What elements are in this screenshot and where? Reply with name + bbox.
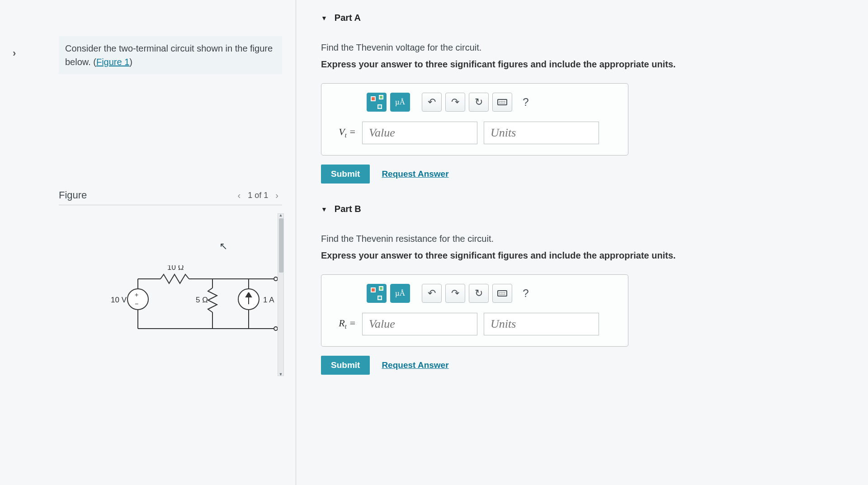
figure-scrollbar[interactable]: ▲ ▼ xyxy=(278,213,284,376)
redo-button[interactable] xyxy=(445,284,465,303)
r-mid-label: 5 Ω xyxy=(196,296,208,304)
svg-text:+: + xyxy=(135,291,138,298)
figure-counter: 1 of 1 xyxy=(248,191,268,200)
svg-point-4 xyxy=(274,277,278,281)
templates-button[interactable] xyxy=(367,284,387,303)
part-b-value-input[interactable] xyxy=(362,313,477,335)
expand-toggle[interactable]: › xyxy=(13,47,16,59)
part-a-title: Part A xyxy=(335,13,361,23)
units-picker-button[interactable]: µÅ xyxy=(390,93,410,112)
figure-viewport: ↖ xyxy=(59,213,282,394)
undo-button[interactable] xyxy=(422,93,442,112)
part-b-toolbar: µÅ ? xyxy=(367,284,618,303)
reset-button[interactable] xyxy=(469,284,489,303)
keyboard-button[interactable] xyxy=(492,284,512,303)
scroll-down-icon[interactable]: ▼ xyxy=(278,372,283,377)
part-b-units-input[interactable] xyxy=(484,313,599,335)
circuit-diagram: + − 10 V 10 Ω 5 Ω 1 A xyxy=(86,265,280,347)
units-picker-button[interactable]: µÅ xyxy=(390,284,410,303)
figure-divider xyxy=(59,205,282,205)
part-a-express: Express your answer to three significant… xyxy=(321,59,854,70)
answer-pane: ▼ Part A Find the Thevenin voltage for t… xyxy=(296,0,868,485)
reset-icon xyxy=(475,287,483,299)
part-a-submit-button[interactable]: Submit xyxy=(321,165,370,184)
collapse-caret-icon: ▼ xyxy=(321,14,327,22)
figure-title: Figure xyxy=(59,189,87,201)
templates-button[interactable] xyxy=(367,93,387,112)
reset-button[interactable] xyxy=(469,93,489,112)
redo-icon xyxy=(451,96,459,108)
figure-header: Figure ‹ 1 of 1 › xyxy=(59,189,282,201)
part-b-header[interactable]: ▼ Part B xyxy=(321,204,854,214)
redo-button[interactable] xyxy=(445,93,465,112)
part-a-units-input[interactable] xyxy=(484,122,599,144)
undo-icon xyxy=(428,96,436,108)
current-source-label: 1 A xyxy=(263,296,274,304)
part-a-instruction: Find the Thevenin voltage for the circui… xyxy=(321,40,854,55)
part-b-submit-button[interactable]: Submit xyxy=(321,356,370,375)
part-b: ▼ Part B Find the Thevenin resistance fo… xyxy=(321,204,854,375)
redo-icon xyxy=(451,287,459,299)
part-b-input-row: Rt = xyxy=(331,313,618,335)
part-b-express: Express your answer to three significant… xyxy=(321,250,854,261)
figure-next-button[interactable]: › xyxy=(275,190,278,201)
part-a-submit-row: Submit Request Answer xyxy=(321,165,854,184)
part-a-header[interactable]: ▼ Part A xyxy=(321,13,854,23)
problem-pane: › Consider the two-terminal circuit show… xyxy=(0,0,296,485)
voltage-source-label: 10 V xyxy=(111,296,127,304)
part-a: ▼ Part A Find the Thevenin voltage for t… xyxy=(321,13,854,184)
figure-link[interactable]: Figure 1 xyxy=(96,57,129,67)
keyboard-button[interactable] xyxy=(492,93,512,112)
keyboard-icon xyxy=(497,99,507,105)
part-a-answer-frame: µÅ ? Vt = xyxy=(321,83,628,155)
reset-icon xyxy=(475,96,483,108)
keyboard-icon xyxy=(497,290,507,297)
figure-prev-button[interactable]: ‹ xyxy=(238,190,241,201)
undo-button[interactable] xyxy=(422,284,442,303)
part-a-toolbar: µÅ ? xyxy=(367,93,618,112)
part-b-instruction: Find the Thevenin resistance for the cir… xyxy=(321,231,854,246)
r-top-label: 10 Ω xyxy=(167,265,184,272)
part-b-variable-label: Rt = xyxy=(331,317,356,330)
part-a-variable-label: Vt = xyxy=(331,126,356,139)
help-button[interactable]: ? xyxy=(516,284,536,303)
part-a-value-input[interactable] xyxy=(362,122,477,144)
svg-text:−: − xyxy=(135,300,138,307)
undo-icon xyxy=(428,287,436,299)
cursor-icon: ↖ xyxy=(219,240,227,252)
help-button[interactable]: ? xyxy=(516,93,536,112)
problem-statement: Consider the two-terminal circuit shown … xyxy=(59,36,282,74)
part-b-answer-frame: µÅ ? Rt = xyxy=(321,274,628,347)
collapse-caret-icon: ▼ xyxy=(321,206,327,213)
scroll-thumb[interactable] xyxy=(279,218,283,273)
part-b-request-answer-link[interactable]: Request Answer xyxy=(382,360,448,370)
problem-text-close: ) xyxy=(129,57,132,67)
part-b-title: Part B xyxy=(335,204,361,214)
part-a-input-row: Vt = xyxy=(331,122,618,144)
scroll-up-icon[interactable]: ▲ xyxy=(278,213,283,217)
part-b-submit-row: Submit Request Answer xyxy=(321,356,854,375)
figure-nav: ‹ 1 of 1 › xyxy=(238,190,278,201)
svg-point-9 xyxy=(274,327,278,330)
part-a-request-answer-link[interactable]: Request Answer xyxy=(382,169,448,179)
